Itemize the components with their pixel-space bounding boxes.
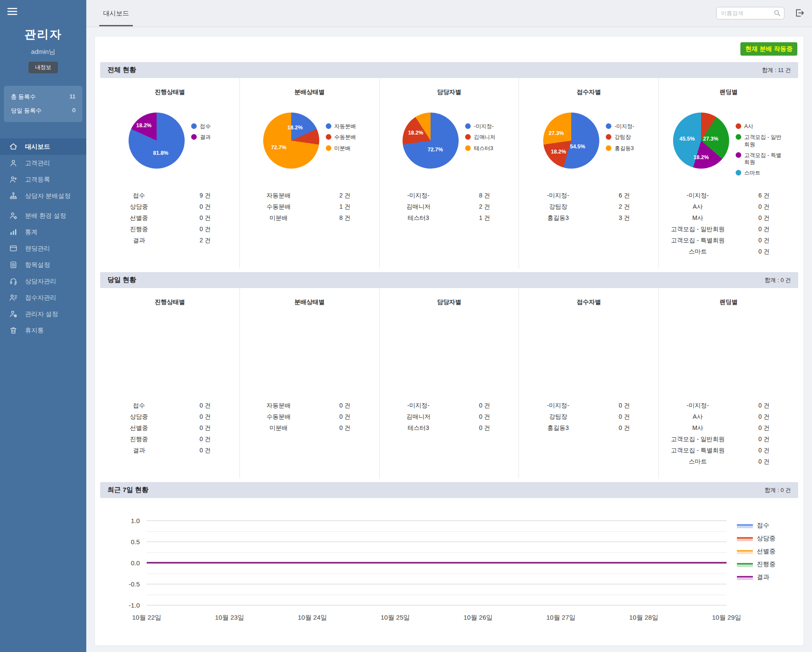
y-tick-label: 0.5 — [131, 538, 140, 545]
table-row: 상담중0 건 — [104, 201, 236, 213]
sidebar-item-5[interactable]: 통계 — [0, 224, 86, 240]
row-label: M사 — [662, 424, 733, 432]
person-icon — [9, 159, 18, 167]
pie-area: 27.3%18.2%45.5%A사고객모집 - 일반회원고객모집 - 특별회원스… — [662, 109, 795, 183]
chart-column: 진행상태별접수0 건상담중0 건선별중0 건진행중0 건결과0 건 — [100, 288, 240, 479]
section-total: 합계 : 0 건 — [765, 486, 791, 494]
stat-label: 당일 등록수 — [11, 107, 41, 115]
row-label: 강팀장 — [522, 413, 593, 421]
row-value: 0 건 — [174, 436, 236, 443]
y-tick-label: -1.0 — [129, 602, 140, 609]
section-total: 합계 : 0 건 — [765, 276, 791, 284]
row-label: 고객모집 - 일반회원 — [662, 226, 733, 233]
sidebar-item-label: 고객등록 — [25, 176, 50, 184]
table-row: 테스터31 건 — [383, 213, 516, 224]
badge-row: 현재 분배 작동중 — [95, 37, 803, 59]
row-value: 0 건 — [733, 248, 795, 256]
y-tick-label: -0.5 — [129, 580, 140, 588]
distribution-status-badge[interactable]: 현재 분배 작동중 — [740, 42, 797, 56]
menu-icon[interactable] — [6, 6, 18, 17]
legend-line — [737, 537, 753, 539]
legend-dot — [736, 170, 741, 176]
sidebar-item-6[interactable]: 랜딩관리 — [0, 240, 86, 257]
row-value: 0 건 — [314, 424, 376, 432]
legend-line — [737, 576, 753, 577]
stat-value: 11 — [69, 93, 76, 101]
table-row: 미분배0 건 — [243, 423, 376, 434]
table-row: -미지정-0 건 — [662, 400, 795, 411]
sidebar-item-4[interactable]: 분배 환경 설정 — [0, 207, 86, 224]
charts-row: 진행상태별81.8%18.2%접수결과접수9 건상담중0 건선별중0 건진행중0… — [95, 78, 803, 269]
row-label: 상담중 — [104, 203, 174, 211]
sidebar-item-11[interactable]: 휴지통 — [0, 322, 86, 339]
sidebar-item-10[interactable]: 관리자 설정 — [0, 306, 86, 322]
chart-title: 접수자별 — [522, 298, 655, 306]
sidebar-item-1[interactable]: 고객관리 — [0, 155, 86, 171]
pie-slice-label: 45.5% — [680, 136, 695, 142]
table-row: 진행중0 건 — [104, 434, 236, 445]
row-value: 0 건 — [733, 424, 795, 432]
section-header: 최근 7일 현황 합계 : 0 건 — [100, 482, 798, 498]
chart-column: 접수자별-미지정-0 건강팀장0 건홍길동30 건 — [519, 288, 659, 479]
tab-dashboard[interactable]: 대시보드 — [99, 0, 133, 26]
legend-dot — [191, 134, 197, 140]
person-add-icon — [9, 175, 18, 184]
chart-column: 접수자별54.5%18.2%27.3%-미지정-강팀장홍길동3-미지정-6 건강… — [519, 78, 659, 269]
chart-legend: -미지정-강팀장홍길동3 — [606, 123, 634, 152]
pie-chart: 27.3%18.2%45.5% — [673, 113, 729, 169]
legend-item: 고객모집 - 특별회원 — [736, 152, 784, 166]
legend-item: 접수 — [191, 123, 211, 130]
table-row: 고객모집 - 일반회원0 건 — [662, 224, 795, 235]
trash-icon — [9, 326, 18, 335]
row-value: 0 건 — [174, 203, 236, 211]
row-value: 1 건 — [454, 214, 516, 222]
pie-area — [104, 319, 236, 393]
y-tick-label: 0.0 — [131, 559, 140, 567]
x-tick-label: 10월 27일 — [546, 614, 576, 622]
sidebar-item-label: 항목설정 — [25, 261, 50, 269]
legend-dot — [465, 134, 471, 140]
section-total: 합계 : 11 건 — [762, 66, 791, 74]
row-value: 0 건 — [733, 237, 795, 244]
sidebar-item-8[interactable]: 상담자관리 — [0, 273, 86, 289]
stat-row: 총 등록수11 — [11, 90, 76, 104]
row-value: 2 건 — [593, 203, 655, 211]
row-label: -미지정- — [662, 192, 733, 200]
sidebar-item-label: 분배 환경 설정 — [25, 212, 66, 220]
x-tick-label: 10월 24일 — [298, 614, 327, 622]
chart-legend: 접수결과 — [191, 123, 211, 141]
section-title: 당일 현황 — [107, 276, 136, 285]
my-info-button[interactable]: 내정보 — [28, 62, 58, 73]
row-value: 9 건 — [174, 192, 236, 200]
row-label: A사 — [662, 413, 733, 421]
table-row: 김매니저2 건 — [383, 201, 516, 213]
legend-label: 고객모집 - 일반회원 — [744, 134, 784, 148]
row-label: 결과 — [104, 237, 174, 244]
section-title: 전체 현황 — [107, 66, 136, 75]
sidebar-item-0[interactable]: 대시보드 — [0, 138, 86, 155]
section-title: 최근 7일 현황 — [107, 486, 148, 495]
home-icon — [9, 142, 18, 151]
legend-swatch — [737, 523, 753, 529]
logout-icon[interactable] — [794, 7, 805, 19]
sidebar-item-label: 상담자 분배설정 — [25, 192, 71, 200]
row-label: 진행중 — [104, 436, 174, 443]
sidebar-item-9[interactable]: 접수자관리 — [0, 289, 86, 306]
legend-swatch — [737, 574, 753, 580]
stat-value: 0 — [72, 107, 76, 115]
search-icon[interactable] — [773, 9, 781, 17]
legend-dot — [326, 145, 331, 151]
legend-label: 미분배 — [334, 145, 351, 152]
pie-slice-label: 18.2% — [693, 154, 708, 160]
row-label: 테스터3 — [383, 424, 454, 432]
gridline-minor — [147, 531, 727, 532]
sidebar-item-3[interactable]: 상담자 분배설정 — [0, 188, 86, 204]
row-value: 8 건 — [314, 214, 376, 222]
row-label: 미분배 — [243, 214, 314, 222]
sidebar-item-7[interactable]: 항목설정 — [0, 257, 86, 273]
chart-table: -미지정-8 건김매니저2 건테스터31 건 — [383, 190, 516, 224]
row-value: 0 건 — [593, 424, 655, 432]
legend-label: 고객모집 - 특별회원 — [744, 152, 784, 166]
sidebar-item-2[interactable]: 고객등록 — [0, 171, 86, 188]
table-row: 수동분배0 건 — [243, 411, 376, 423]
